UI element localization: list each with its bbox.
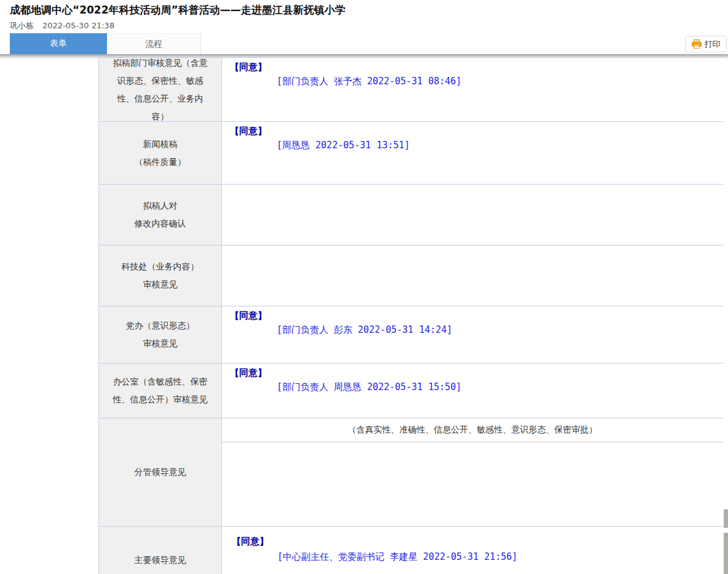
row-content: 【同意】 [中心副主任、党委副书记 李建星 2022-05-31 21:56]	[222, 527, 723, 574]
row-label: 主要领导意见	[99, 527, 222, 574]
page-title: 成都地调中心“2022年科技活动周”科普活动——走进墨江县新抚镇小学	[10, 3, 346, 17]
row-label: 新闻核稿 （稿件质量）	[99, 122, 222, 184]
decision-text: 【同意】	[230, 309, 717, 322]
table-row-draft-dept-review: 拟稿部门审核意见（含意 识形态、保密性、敏感 性、信息公开、业务内 容） 【同意…	[99, 58, 723, 122]
row-content: 【同意】 [部门负责人 彭东 2022-05-31 14:24]	[222, 306, 723, 363]
print-button-label: 打印	[705, 39, 721, 50]
row-label: 党办（意识形态） 审核意见	[99, 306, 222, 363]
row-content: 【同意】 [周恳恳 2022-05-31 13:51]	[222, 122, 723, 184]
row-label: 分管领导意见	[99, 418, 222, 526]
row-label: 办公室（含敏感性、保密 性、信息公开）审核意见	[99, 364, 222, 418]
decision-text: 【同意】	[230, 61, 717, 74]
approver-detail: [周恳恳 2022-05-31 13:51]	[277, 139, 717, 152]
table-row-party-office-review: 党办（意识形态） 审核意见 【同意】 [部门负责人 彭东 2022-05-31 …	[99, 306, 723, 364]
row-content: （含真实性、准确性、信息公开、敏感性、意识形态、保密审批）	[222, 418, 723, 526]
review-scope-note: （含真实性、准确性、信息公开、敏感性、意识形态、保密审批）	[222, 418, 723, 442]
approver-detail: [中心副主任、党委副书记 李建星 2022-05-31 21:56]	[277, 551, 717, 564]
vertical-scrollbar[interactable]	[723, 0, 728, 574]
author-name: 巩小栋	[10, 21, 34, 30]
tab-workflow[interactable]: 流程	[107, 33, 201, 54]
approver-detail: [部门负责人 彭东 2022-05-31 14:24]	[277, 324, 717, 337]
printer-icon	[692, 39, 702, 49]
decision-text: 【同意】	[230, 125, 717, 138]
table-row-main-leader-opinion: 主要领导意见 【同意】 [中心副主任、党委副书记 李建星 2022-05-31 …	[99, 527, 723, 574]
byline: 巩小栋2022-05-30 21:38	[10, 20, 114, 31]
table-row-news-check: 新闻核稿 （稿件质量） 【同意】 [周恳恳 2022-05-31 13:51]	[99, 122, 723, 185]
table-row-deputy-leader-opinion: 分管领导意见 （含真实性、准确性、信息公开、敏感性、意识形态、保密审批）	[99, 418, 723, 527]
row-content: 【同意】 [部门负责人 张予杰 2022-05-31 08:46]	[222, 58, 723, 121]
table-row-general-office-review: 办公室（含敏感性、保密 性、信息公开）审核意见 【同意】 [部门负责人 周恳恳 …	[99, 364, 723, 418]
row-label: 科技处（业务内容） 审核意见	[99, 245, 222, 306]
print-button[interactable]: 打印	[685, 36, 727, 52]
approver-detail: [部门负责人 周恳恳 2022-05-31 15:50]	[277, 381, 717, 394]
decision-text: 【同意】	[232, 535, 717, 548]
created-datetime: 2022-05-30 21:38	[42, 21, 114, 30]
row-content	[222, 185, 723, 245]
tab-bar: 表单 流程	[0, 33, 728, 54]
row-content: 【同意】 [部门负责人 周恳恳 2022-05-31 15:50]	[222, 364, 723, 418]
row-label: 拟稿人对 修改内容确认	[99, 185, 222, 245]
approval-table: 拟稿部门审核意见（含意 识形态、保密性、敏感 性、信息公开、业务内 容） 【同意…	[98, 57, 723, 574]
approver-detail: [部门负责人 张予杰 2022-05-31 08:46]	[277, 75, 717, 88]
decision-text: 【同意】	[230, 367, 717, 380]
table-row-sci-tech-review: 科技处（业务内容） 审核意见	[99, 245, 723, 306]
scrollbar-thumb[interactable]	[724, 509, 728, 528]
row-label: 拟稿部门审核意见（含意 识形态、保密性、敏感 性、信息公开、业务内 容）	[99, 58, 222, 121]
scrollbar-thumb[interactable]	[724, 533, 728, 574]
empty-opinion-area	[222, 442, 723, 526]
tab-form[interactable]: 表单	[10, 33, 107, 54]
row-content	[222, 245, 723, 306]
table-row-drafter-confirm: 拟稿人对 修改内容确认	[99, 185, 723, 245]
